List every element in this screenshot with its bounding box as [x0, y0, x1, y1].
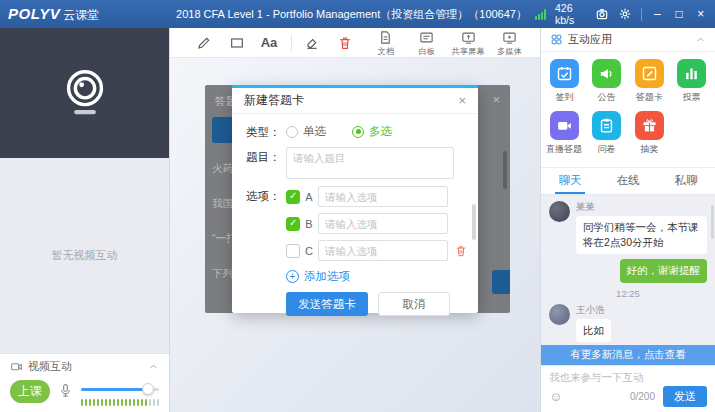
- mic-volume-slider[interactable]: [81, 383, 160, 395]
- option-a-input[interactable]: [318, 186, 448, 207]
- slider-thumb[interactable]: [142, 383, 154, 395]
- radio-label: 多选: [369, 124, 392, 139]
- radio-circle-icon: [286, 126, 298, 138]
- apps-title: 互动应用: [568, 32, 612, 47]
- dimmed-send-button: [492, 270, 510, 294]
- document-panel-button[interactable]: 文档: [365, 28, 406, 58]
- new-answer-card-modal: 新建答题卡 × 类型： 单选 多选: [232, 85, 478, 313]
- whiteboard-canvas[interactable]: 答题卡 × 火药是 我国《 “一打 下列人 新建答题卡 × 类型：: [170, 58, 540, 412]
- checkbox-option-b[interactable]: [286, 217, 300, 231]
- logo-text: POLYV: [8, 5, 60, 22]
- maximize-button[interactable]: □: [673, 8, 686, 20]
- char-counter: 0/200: [630, 391, 655, 402]
- multimedia-panel-button[interactable]: 多媒体: [489, 28, 530, 58]
- chat-message: 好的，谢谢提醒: [541, 259, 715, 282]
- send-message-button[interactable]: 发送: [663, 386, 707, 407]
- collapse-chevron-icon[interactable]: [148, 361, 159, 372]
- whiteboard-panel: Aa 文档 白板 共享屏幕 多媒体: [170, 28, 540, 412]
- delete-option-trash-icon[interactable]: [454, 244, 468, 258]
- panel-label: 白板: [419, 45, 436, 57]
- cancel-button[interactable]: 取消: [378, 292, 450, 316]
- option-row-b: B: [286, 213, 468, 234]
- new-messages-banner[interactable]: 有更多新消息，点击查看: [541, 345, 715, 365]
- tab-private[interactable]: 私聊: [657, 168, 715, 194]
- panel-label: 文档: [377, 45, 394, 57]
- text-tool-icon[interactable]: Aa: [257, 30, 281, 56]
- settings-gear-icon[interactable]: [618, 7, 632, 22]
- answer-card-panel-close-icon: ×: [492, 92, 500, 107]
- document-icon: [378, 30, 393, 45]
- edit-card-icon: [635, 59, 664, 88]
- options-label: 选项：: [246, 186, 286, 267]
- chat-timestamp: 12:25: [541, 288, 715, 299]
- option-b-input[interactable]: [318, 213, 448, 234]
- collapse-chevron-icon[interactable]: [695, 34, 706, 45]
- dimmed-scrollbar: [503, 151, 507, 189]
- tab-chat[interactable]: 聊天: [541, 168, 599, 194]
- add-option-link[interactable]: + 添加选项: [286, 269, 464, 284]
- start-class-button[interactable]: 上课: [10, 380, 50, 403]
- app-label: 直播答题: [546, 143, 582, 155]
- app-lottery[interactable]: 抽奖: [628, 111, 671, 156]
- app-sign-in[interactable]: 签到: [543, 59, 586, 104]
- question-input[interactable]: [286, 147, 454, 179]
- tab-online[interactable]: 在线: [599, 168, 657, 194]
- clipboard-icon: [592, 111, 621, 140]
- modal-header: 新建答题卡 ×: [232, 88, 478, 114]
- option-c-input[interactable]: [318, 240, 448, 261]
- send-answer-card-button[interactable]: 发送答题卡: [286, 292, 368, 316]
- question-row: 题目：: [246, 147, 464, 179]
- plus-circle-icon: +: [286, 270, 299, 283]
- option-letter: A: [300, 191, 318, 203]
- rectangle-tool-icon[interactable]: [224, 30, 248, 56]
- video-empty-area: 暂无视频互动: [0, 158, 169, 353]
- modal-scrollbar[interactable]: [472, 204, 476, 240]
- app-label: 抽奖: [640, 143, 658, 155]
- app-logo: POLYV 云课堂: [8, 5, 168, 24]
- video-camera-icon: [550, 111, 579, 140]
- app-live-quiz[interactable]: 直播答题: [543, 111, 586, 156]
- option-letter: C: [300, 245, 318, 257]
- video-preview: [0, 28, 169, 158]
- minimize-button[interactable]: –: [651, 8, 664, 20]
- webcam-icon: [56, 64, 114, 122]
- chat-message-list[interactable]: 菜菜 同学们稍等一会，本节课将在2点30分开始 好的，谢谢提醒 12:25 王小…: [541, 195, 715, 365]
- whiteboard-icon: [419, 30, 434, 45]
- app-survey[interactable]: 问卷: [586, 111, 629, 156]
- app-announcement[interactable]: 公告: [586, 59, 629, 104]
- drawing-toolbar: Aa 文档 白板 共享屏幕 多媒体: [170, 28, 540, 58]
- apps-grid-icon: [550, 33, 563, 46]
- avatar: [549, 201, 570, 222]
- bar-chart-icon: [677, 59, 706, 88]
- type-row: 类型： 单选 多选: [246, 122, 464, 140]
- app-vote[interactable]: 投票: [671, 59, 714, 104]
- chat-scrollbar[interactable]: [711, 205, 714, 239]
- chat-input[interactable]: [549, 371, 707, 386]
- share-screen-panel-button[interactable]: 共享屏幕: [447, 28, 488, 58]
- radio-single-choice[interactable]: 单选: [286, 124, 326, 139]
- chat-tabs: 聊天 在线 私聊: [541, 167, 715, 195]
- app-label: 投票: [683, 91, 701, 103]
- chat-bubble: 同学们稍等一会，本节课将在2点30分开始: [576, 216, 707, 254]
- checkbox-option-c[interactable]: [286, 244, 300, 258]
- app-label: 公告: [598, 91, 616, 103]
- camera-device-icon[interactable]: [595, 7, 609, 22]
- whiteboard-panel-button[interactable]: 白板: [406, 28, 447, 58]
- app-label: 答题卡: [636, 91, 663, 103]
- app-answer-card[interactable]: 答题卡: [628, 59, 671, 104]
- clear-trash-icon[interactable]: [333, 30, 357, 56]
- avatar: [549, 304, 570, 325]
- pencil-tool-icon[interactable]: [192, 30, 216, 56]
- multimedia-icon: [502, 30, 517, 45]
- eraser-tool-icon[interactable]: [300, 30, 324, 56]
- emoji-icon[interactable]: ☺: [549, 390, 562, 403]
- checkbox-option-a[interactable]: [286, 190, 300, 204]
- video-controls: 视频互动 上课: [0, 353, 169, 412]
- microphone-icon[interactable]: [58, 382, 73, 399]
- modal-close-icon[interactable]: ×: [458, 93, 466, 108]
- chat-input-area: ☺ 0/200 发送: [541, 365, 715, 412]
- radio-multiple-choice[interactable]: 多选: [352, 124, 392, 139]
- gift-icon: [635, 111, 664, 140]
- logo-suffix-text: 云课堂: [63, 7, 99, 24]
- close-button[interactable]: ×: [694, 8, 707, 20]
